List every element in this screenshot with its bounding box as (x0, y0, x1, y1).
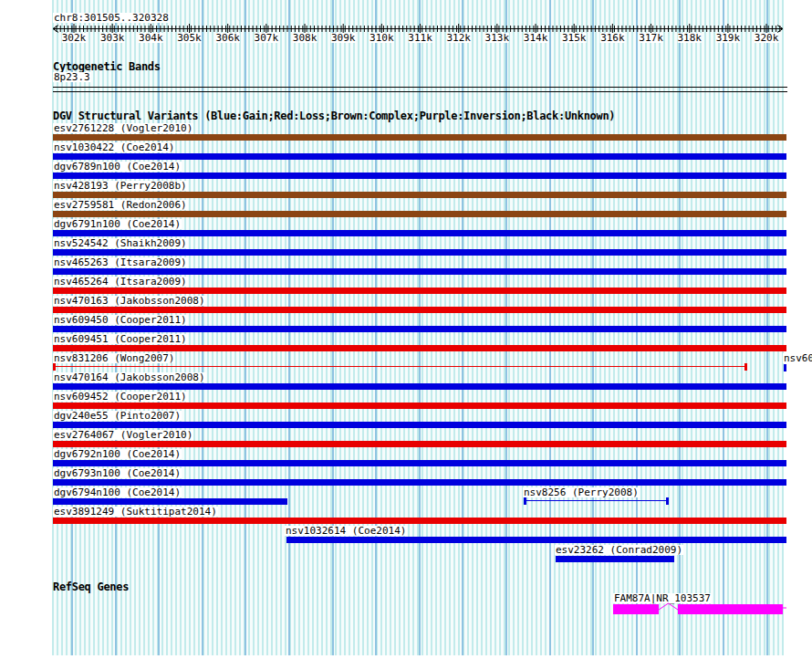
variant-glyph[interactable] (53, 460, 786, 466)
variant-label: esv23262 (Conrad2009) (555, 545, 683, 555)
variant-glyph[interactable] (53, 363, 747, 371)
variant-glyph[interactable] (784, 364, 786, 371)
variant-glyph[interactable] (53, 288, 786, 294)
variant-glyph[interactable] (53, 345, 786, 351)
variant-label: nsv60 (783, 353, 812, 363)
variant-label: nsv609451 (Cooper2011) (53, 334, 188, 344)
variant-label: nsv470163 (Jakobsson2008) (53, 296, 206, 306)
variant-glyph[interactable] (53, 383, 786, 390)
variant-label: nsv470164 (Jakobsson2008) (53, 372, 206, 382)
region-label: chr8:301505..320328 (53, 13, 170, 23)
gene-label: FAM87A|NR_103537 (613, 593, 712, 603)
ruler-tick-label: 302k (62, 33, 87, 43)
ruler-tick-label: 310k (370, 33, 394, 43)
ruler-tick-label: 309k (331, 33, 356, 43)
variant-label: esv2761228 (Vogler2010) (53, 123, 193, 133)
ruler-tick-label: 314k (524, 33, 548, 43)
variant-glyph[interactable] (53, 192, 786, 198)
gene-exon[interactable] (678, 604, 783, 614)
variant-label: nsv609452 (Cooper2011) (53, 392, 188, 402)
variant-glyph[interactable] (556, 556, 674, 562)
variant-glyph[interactable] (53, 230, 786, 236)
variant-glyph[interactable] (286, 537, 786, 543)
ruler-tick-label: 312k (446, 33, 471, 43)
ruler-tick-label: 303k (100, 33, 125, 43)
dgv-section-title: DGV Structural Variants (Blue:Gain;Red:L… (53, 110, 615, 121)
refseq-section-title: RefSeq Genes (53, 581, 129, 592)
variant-label: esv2764067 (Vogler2010) (53, 430, 193, 440)
variant-label: dgv6789n100 (Coe2014) (53, 162, 182, 172)
variant-label: esv3891249 (Suktitipat2014) (53, 507, 218, 517)
ruler-tick-label: 305k (177, 33, 202, 43)
ruler-tick-label: 319k (716, 33, 741, 43)
variant-label: nsv1032614 (Coe2014) (285, 526, 407, 536)
variant-label: nsv428193 (Perry2008b) (53, 181, 188, 191)
variant-label: nsv1030422 (Coe2014) (53, 142, 175, 152)
variant-label: dgv6792n100 (Coe2014) (53, 449, 182, 459)
variant-glyph[interactable] (53, 498, 287, 505)
variant-glyph[interactable] (53, 249, 786, 256)
variant-glyph[interactable] (53, 211, 786, 217)
variant-label: nsv524542 (Shaikh2009) (53, 238, 188, 248)
ruler-tick-label: 315k (562, 33, 587, 43)
genome-browser-panel: chr8:301505..320328 302k303k304k305k306k… (0, 0, 812, 659)
variant-label: nsv465263 (Itsara2009) (53, 257, 188, 267)
ruler-tick-label: 306k (215, 33, 240, 43)
ruler-tick-label: 318k (677, 33, 702, 43)
variant-label: nsv831206 (Wong2007) (53, 353, 175, 363)
variant-glyph[interactable] (53, 441, 786, 447)
variant-label: dgv6794n100 (Coe2014) (53, 487, 182, 497)
variant-glyph[interactable] (53, 479, 786, 486)
variant-glyph[interactable] (53, 173, 786, 179)
ruler-tick-label: 308k (293, 33, 318, 43)
ruler-tick-label: 316k (600, 33, 625, 43)
variant-label: dgv6791n100 (Coe2014) (53, 219, 182, 229)
variant-glyph[interactable] (53, 307, 786, 313)
cytoband-glyph[interactable] (53, 87, 787, 92)
gene-exon[interactable] (613, 604, 659, 614)
variant-label: nsv609450 (Cooper2011) (53, 315, 188, 325)
variant-label: dgv240e55 (Pinto2007) (53, 411, 182, 421)
variant-glyph[interactable] (53, 134, 786, 141)
variant-glyph[interactable] (53, 518, 786, 524)
variant-glyph[interactable] (53, 422, 786, 428)
ruler-tick-label: 317k (639, 33, 663, 43)
variant-label: dgv6793n100 (Coe2014) (53, 468, 182, 478)
variant-glyph[interactable] (53, 326, 786, 332)
ruler-tick-label: 311k (408, 33, 432, 43)
variant-label: nsv465264 (Itsara2009) (53, 277, 188, 287)
variant-glyph[interactable] (53, 403, 786, 409)
cytoband-name-label: 8p23.3 (53, 72, 91, 82)
variant-glyph[interactable] (53, 153, 786, 160)
ruler-tick-label: 313k (485, 33, 510, 43)
ruler-tick-label: 320k (755, 33, 779, 43)
variant-label: esv2759581 (Redon2006) (53, 200, 188, 210)
variant-label: nsv8256 (Perry2008) (523, 487, 640, 497)
variant-glyph[interactable] (53, 268, 786, 275)
ruler-tick-label: 304k (139, 33, 163, 43)
variant-glyph[interactable] (524, 497, 669, 505)
ruler-tick-label: 307k (255, 33, 279, 43)
